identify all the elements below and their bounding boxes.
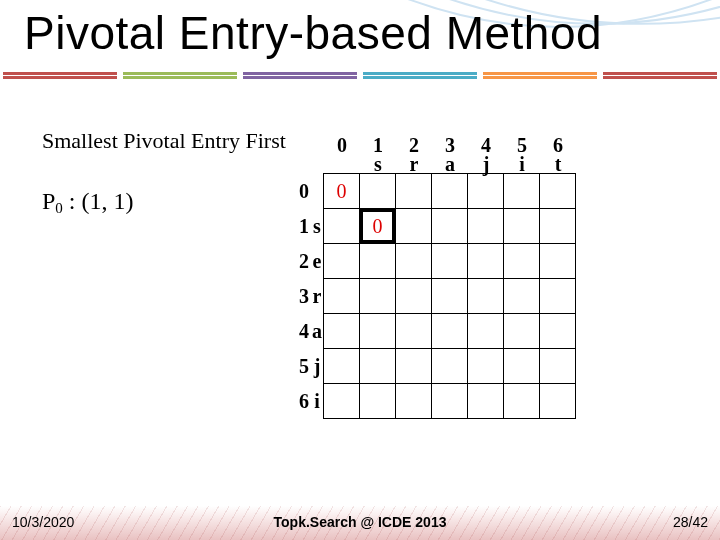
p0-prefix: P	[42, 188, 55, 214]
col-letter-row: s r a j i t	[296, 154, 596, 174]
row-letter: s	[311, 215, 323, 238]
row-idx: 1	[297, 215, 311, 238]
cell-2_2	[395, 243, 432, 279]
cell-5_3	[431, 348, 468, 384]
row-letter: e	[311, 250, 323, 273]
cell-5_0	[323, 348, 360, 384]
cell-1_0	[323, 208, 360, 244]
row-letter: i	[311, 390, 323, 413]
col-idx-4: 4	[468, 136, 504, 154]
cell-2_6	[539, 243, 576, 279]
cell-2_4	[467, 243, 504, 279]
cell-3_0	[323, 278, 360, 314]
p0-subscript: 0	[55, 200, 63, 216]
cell-3_4	[467, 278, 504, 314]
col-let-3: a	[432, 154, 468, 174]
col-idx-6: 6	[540, 136, 576, 154]
cell-0_1	[359, 173, 396, 209]
grid-body: 001s02e3r4a5j6i	[296, 174, 596, 419]
grid-cells: 0	[324, 209, 576, 244]
cell-5_4	[467, 348, 504, 384]
col-index-row: 0 1 2 3 4 5 6	[296, 136, 596, 154]
slide: Pivotal Entry-based Method Smallest Pivo…	[0, 0, 720, 540]
subtitle: Smallest Pivotal Entry First	[42, 128, 286, 154]
row-letter: a	[311, 320, 323, 343]
cell-1_5	[503, 208, 540, 244]
cell-1_3	[431, 208, 468, 244]
row-head: 0	[296, 180, 324, 203]
cell-3_3	[431, 278, 468, 314]
cell-1_6	[539, 208, 576, 244]
cell-0_0: 0	[323, 173, 360, 209]
grid-cells	[324, 244, 576, 279]
cell-0_6	[539, 173, 576, 209]
row-idx: 2	[297, 250, 311, 273]
row-letter: j	[311, 355, 323, 378]
cell-6_2	[395, 383, 432, 419]
col-let-1: s	[360, 154, 396, 174]
title-underline	[0, 72, 720, 80]
grid-cells	[324, 384, 576, 419]
row-letter: r	[311, 285, 323, 308]
cell-5_1	[359, 348, 396, 384]
grid-row: 00	[296, 174, 596, 209]
grid-cells	[324, 349, 576, 384]
col-let-6: t	[540, 154, 576, 174]
cell-1_1: 0	[359, 208, 396, 244]
axis-corner	[296, 136, 324, 154]
cell-4_6	[539, 313, 576, 349]
col-let-5: i	[504, 154, 540, 174]
cell-1_4	[467, 208, 504, 244]
row-head: 6i	[296, 390, 324, 413]
cell-5_6	[539, 348, 576, 384]
axis-corner-2	[296, 154, 324, 174]
cell-0_5	[503, 173, 540, 209]
row-head: 2e	[296, 250, 324, 273]
cell-0_3	[431, 173, 468, 209]
col-idx-1: 1	[360, 136, 396, 154]
cell-4_5	[503, 313, 540, 349]
cell-3_6	[539, 278, 576, 314]
grid-row: 6i	[296, 384, 596, 419]
cell-3_5	[503, 278, 540, 314]
footer: 10/3/2020 Topk.Search @ ICDE 2013 28/42	[0, 506, 720, 540]
cell-6_3	[431, 383, 468, 419]
col-let-4: j	[468, 154, 504, 174]
col-idx-2: 2	[396, 136, 432, 154]
grid-cells	[324, 279, 576, 314]
row-idx: 0	[297, 180, 311, 203]
cell-2_5	[503, 243, 540, 279]
cell-6_6	[539, 383, 576, 419]
footer-center: Topk.Search @ ICDE 2013	[0, 514, 720, 530]
cell-4_3	[431, 313, 468, 349]
cell-3_2	[395, 278, 432, 314]
grid-row: 4a	[296, 314, 596, 349]
grid-row: 5j	[296, 349, 596, 384]
p0-rest: : (1, 1)	[63, 188, 134, 214]
cell-4_4	[467, 313, 504, 349]
row-idx: 3	[297, 285, 311, 308]
col-let-2: r	[396, 154, 432, 174]
cell-1_2	[395, 208, 432, 244]
cell-2_3	[431, 243, 468, 279]
page-title: Pivotal Entry-based Method	[24, 6, 696, 60]
row-idx: 4	[297, 320, 311, 343]
cell-0_4	[467, 173, 504, 209]
grid-cells: 0	[324, 174, 576, 209]
cell-5_2	[395, 348, 432, 384]
row-head: 1s	[296, 215, 324, 238]
grid-row: 3r	[296, 279, 596, 314]
col-idx-0: 0	[324, 136, 360, 154]
col-idx-5: 5	[504, 136, 540, 154]
col-idx-3: 3	[432, 136, 468, 154]
cell-2_1	[359, 243, 396, 279]
row-idx: 5	[297, 355, 311, 378]
cell-3_1	[359, 278, 396, 314]
cell-4_0	[323, 313, 360, 349]
cell-4_2	[395, 313, 432, 349]
cell-6_0	[323, 383, 360, 419]
row-idx: 6	[297, 390, 311, 413]
cell-6_5	[503, 383, 540, 419]
p0-label: P0 : (1, 1)	[42, 188, 134, 215]
row-head: 3r	[296, 285, 324, 308]
